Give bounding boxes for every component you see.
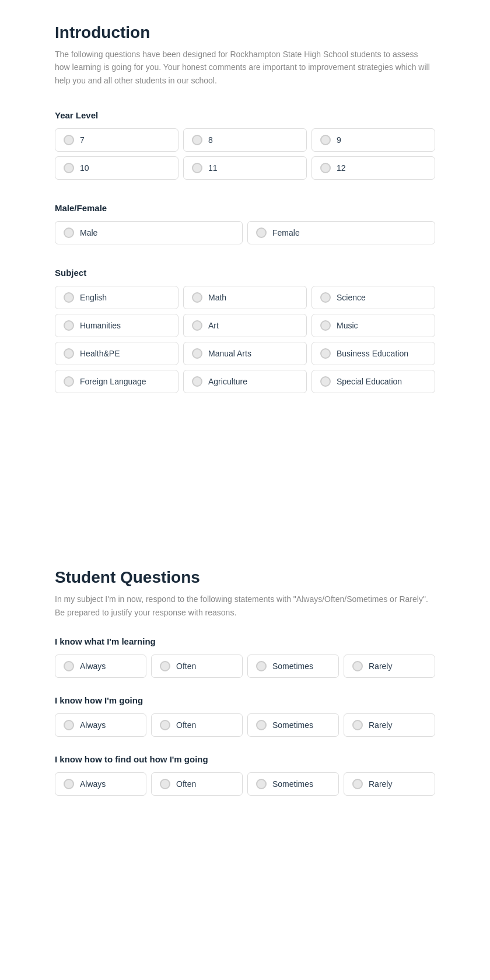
gender-option[interactable]: Male [55, 221, 243, 244]
subject-option-label: Special Education [337, 377, 402, 386]
radio-circle [320, 135, 331, 145]
year-level-option-label: 8 [208, 135, 213, 145]
year-level-option[interactable]: 8 [183, 128, 307, 152]
subject-option[interactable]: Manual Arts [183, 342, 307, 365]
subject-option[interactable]: Business Education [312, 342, 435, 365]
radio-circle [320, 163, 331, 173]
frequency-label: Always [80, 779, 106, 789]
frequency-label: Sometimes [272, 720, 313, 730]
subject-option-label: Health&PE [80, 349, 120, 358]
year-level-label: Year Level [55, 110, 435, 120]
frequency-option-often[interactable]: Often [151, 713, 243, 737]
year-level-option[interactable]: 7 [55, 128, 178, 152]
subject-option[interactable]: English [55, 286, 178, 309]
radio-circle [256, 779, 267, 789]
gender-label: Male/Female [55, 203, 435, 213]
year-level-option[interactable]: 11 [183, 156, 307, 180]
year-level-option-label: 12 [337, 163, 346, 173]
radio-circle [192, 320, 202, 331]
year-level-option-label: 11 [208, 163, 218, 173]
subject-option-label: Business Education [337, 349, 408, 358]
gender-option[interactable]: Female [247, 221, 435, 244]
student-question-1: I know how I'm goingAlwaysOftenSometimes… [55, 695, 435, 737]
frequency-label: Often [176, 779, 196, 789]
year-level-grid: 789101112 [55, 128, 435, 180]
radio-circle [64, 228, 74, 238]
subject-option[interactable]: Foreign Language [55, 370, 178, 393]
frequency-option-sometimes[interactable]: Sometimes [247, 713, 339, 737]
subject-option[interactable]: Health&PE [55, 342, 178, 365]
subject-option[interactable]: Agriculture [183, 370, 307, 393]
radio-circle [64, 320, 74, 331]
gender-section: Male/Female MaleFemale [55, 203, 435, 244]
subject-label: Subject [55, 268, 435, 278]
student-question-2: I know how to find out how I'm goingAlwa… [55, 754, 435, 796]
subject-option[interactable]: Special Education [312, 370, 435, 393]
radio-circle [256, 661, 267, 671]
year-level-option[interactable]: 10 [55, 156, 178, 180]
subject-option[interactable]: Music [312, 314, 435, 337]
frequency-label: Sometimes [272, 779, 313, 789]
frequency-option-often[interactable]: Often [151, 654, 243, 678]
radio-circle [160, 779, 170, 789]
subject-option[interactable]: Art [183, 314, 307, 337]
radio-circle [320, 376, 331, 387]
student-question-label-2: I know how to find out how I'm going [55, 754, 435, 764]
frequency-option-rarely[interactable]: Rarely [344, 654, 435, 678]
radio-circle [160, 720, 170, 730]
intro-title: Introduction [55, 23, 435, 42]
radio-circle [320, 292, 331, 303]
frequency-label: Rarely [369, 720, 392, 730]
frequency-label: Rarely [369, 662, 392, 671]
frequency-option-rarely[interactable]: Rarely [344, 772, 435, 796]
subject-grid: EnglishMathScienceHumanitiesArtMusicHeal… [55, 286, 435, 393]
radio-circle [64, 292, 74, 303]
intro-section: Introduction The following questions hav… [55, 23, 435, 87]
year-level-option[interactable]: 9 [312, 128, 435, 152]
gender-option-label: Male [80, 228, 97, 237]
student-questions-title: Student Questions [55, 568, 435, 587]
student-question-grid-1: AlwaysOftenSometimesRarely [55, 713, 435, 737]
year-level-option[interactable]: 12 [312, 156, 435, 180]
radio-circle [352, 661, 363, 671]
subject-option[interactable]: Science [312, 286, 435, 309]
frequency-option-often[interactable]: Often [151, 772, 243, 796]
frequency-option-rarely[interactable]: Rarely [344, 713, 435, 737]
radio-circle [320, 348, 331, 359]
radio-circle [64, 348, 74, 359]
radio-circle [64, 720, 74, 730]
frequency-option-sometimes[interactable]: Sometimes [247, 654, 339, 678]
radio-circle [352, 720, 363, 730]
radio-circle [256, 228, 267, 238]
gender-option-label: Female [272, 228, 300, 237]
frequency-label: Often [176, 662, 196, 671]
student-question-grid-0: AlwaysOftenSometimesRarely [55, 654, 435, 678]
year-level-option-label: 10 [80, 163, 89, 173]
radio-circle [64, 163, 74, 173]
student-question-0: I know what I'm learningAlwaysOftenSomet… [55, 636, 435, 678]
radio-circle [192, 376, 202, 387]
radio-circle [320, 320, 331, 331]
frequency-label: Rarely [369, 779, 392, 789]
radio-circle [192, 292, 202, 303]
frequency-option-always[interactable]: Always [55, 772, 146, 796]
radio-circle [160, 661, 170, 671]
year-level-option-label: 7 [80, 135, 85, 145]
student-questions-section: Student Questions In my subject I'm in n… [55, 568, 435, 796]
subject-option-label: Music [337, 321, 358, 330]
year-level-option-label: 9 [337, 135, 341, 145]
subject-option-label: Humanities [80, 321, 121, 330]
subject-option-label: English [80, 293, 107, 302]
subject-option[interactable]: Humanities [55, 314, 178, 337]
radio-circle [192, 348, 202, 359]
frequency-option-always[interactable]: Always [55, 713, 146, 737]
frequency-option-always[interactable]: Always [55, 654, 146, 678]
frequency-option-sometimes[interactable]: Sometimes [247, 772, 339, 796]
student-question-label-1: I know how I'm going [55, 695, 435, 705]
radio-circle [64, 661, 74, 671]
subject-option-label: Manual Arts [208, 349, 251, 358]
subject-option[interactable]: Math [183, 286, 307, 309]
student-question-label-0: I know what I'm learning [55, 636, 435, 646]
gender-grid: MaleFemale [55, 221, 435, 244]
frequency-label: Always [80, 720, 106, 730]
